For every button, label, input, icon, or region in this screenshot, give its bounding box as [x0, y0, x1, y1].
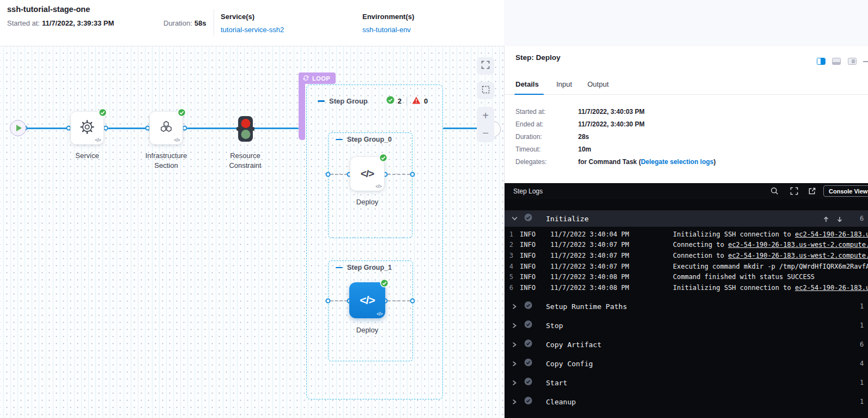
services-column: Service(s) tutorial-service-ssh2	[221, 13, 284, 34]
log-level: INFO	[520, 231, 542, 238]
service-node[interactable]: </>	[71, 112, 104, 144]
layout-split-view-button[interactable]	[817, 58, 825, 65]
duration-value: 58s	[195, 19, 207, 27]
log-link[interactable]: ec2-54-190-26-183.us-west-2.compute.a	[728, 252, 868, 259]
layout-bottom-view-button[interactable]	[832, 58, 841, 65]
step-logs-title: Step Logs	[513, 187, 543, 195]
port	[183, 126, 187, 131]
detail-label-ended: Ended at:	[515, 120, 543, 128]
stage-duration: Duration:58s	[163, 19, 206, 27]
pipeline-canvas[interactable]: </> Service </> Infrastructure Section R…	[0, 46, 504, 418]
deploy-step-0-label: Deploy	[340, 197, 394, 207]
log-section-cleanup[interactable]: Cleanup 1	[505, 392, 868, 411]
log-level: INFO	[520, 252, 542, 259]
log-time: 11/7/2022 3:40:07 PM	[550, 241, 642, 249]
chevron-right-icon	[512, 320, 517, 331]
log-level: INFO	[520, 284, 542, 292]
tab-input[interactable]: Input	[556, 80, 572, 88]
success-check-icon	[98, 108, 107, 119]
detail-label-started: Started at:	[515, 108, 545, 116]
section-check-icon	[524, 378, 532, 388]
deploy-step-0-node[interactable]: </> </>	[350, 157, 384, 191]
detail-value-started: 11/7/2022, 3:40:03 PM	[578, 108, 645, 116]
console-view-toggle[interactable]: Console View	[823, 185, 868, 197]
section-duration: 6	[860, 215, 864, 222]
services-label: Service(s)	[221, 13, 284, 21]
started-label: Started at:	[7, 19, 40, 27]
infrastructure-node[interactable]: </>	[150, 112, 183, 144]
line-number: 1	[505, 231, 513, 238]
log-time: 11/7/2022 3:40:07 PM	[550, 252, 642, 259]
log-section-stop[interactable]: Stop 1	[505, 316, 868, 335]
section-label: Copy Config	[546, 360, 593, 368]
code-icon: </>	[375, 184, 381, 189]
loop-badge[interactable]: LOOP	[299, 72, 336, 84]
log-section-copy-artifact[interactable]: Copy Artifact 6	[505, 335, 868, 354]
service-node-label: Service	[60, 151, 114, 161]
fullscreen-icon[interactable]	[790, 187, 798, 197]
log-link[interactable]: ec2-54-190-26-183.us	[795, 231, 868, 238]
collapse-icon[interactable]	[336, 267, 343, 269]
line-number: 4	[505, 263, 513, 270]
port	[410, 299, 415, 304]
panel-tabs: Details Input Output	[505, 76, 868, 95]
service-link[interactable]: tutorial-service-ssh2	[221, 26, 284, 34]
layout-right-view-button[interactable]	[848, 58, 857, 65]
connector-line	[253, 128, 299, 129]
environment-link[interactable]: ssh-tutorial-env	[362, 26, 411, 34]
dashed-connector	[330, 300, 348, 301]
chevron-right-icon	[512, 301, 517, 312]
stage-start-node[interactable]	[10, 120, 26, 136]
section-duration: 6	[860, 341, 864, 348]
tab-output[interactable]: Output	[587, 80, 609, 88]
section-check-icon	[524, 340, 532, 350]
log-section-initialize[interactable]: Initialize 6	[505, 210, 868, 227]
canvas-fullscreen-button[interactable]	[477, 57, 494, 75]
log-level: INFO	[520, 273, 542, 281]
dashed-connector	[387, 300, 410, 301]
log-line: 5 INFO 11/7/2022 3:40:08 PM Command fini…	[505, 271, 868, 282]
log-message: Initializing SSH connection to ec2-54-19…	[673, 284, 868, 292]
section-duration: 1	[860, 398, 864, 405]
collapse-icon[interactable]	[318, 100, 325, 102]
step-group-1-label: Step Group_1	[347, 264, 392, 271]
connector-line	[26, 128, 69, 129]
delegate-selection-logs-link[interactable]: Delegate selection logs	[641, 158, 713, 166]
section-label: Start	[546, 379, 567, 387]
fullscreen-icon	[481, 60, 490, 71]
log-message: Executing command mkdir -p /tmp/QWrdHfIQ…	[673, 263, 868, 270]
log-section-setup-runtime-paths[interactable]: Setup Runtime Paths 1	[505, 297, 868, 316]
canvas-select-button[interactable]	[477, 82, 494, 99]
section-label: Setup Runtime Paths	[546, 302, 627, 311]
scroll-down-icon[interactable]	[836, 215, 843, 225]
marquee-icon	[481, 85, 490, 96]
external-link-icon[interactable]	[808, 187, 816, 197]
log-link[interactable]: ec2-54-190-26-183.us-west-2.compute.a	[728, 241, 868, 249]
section-duration: 1	[860, 302, 864, 310]
section-label: Initialize	[546, 215, 588, 223]
deploy-step-1-node-selected[interactable]: </> </>	[349, 282, 385, 318]
detail-value-timeout: 10m	[578, 146, 591, 153]
log-section-start[interactable]: Start 1	[505, 373, 868, 392]
collapse-icon[interactable]	[336, 139, 343, 141]
minimize-panel-button[interactable]	[863, 61, 868, 62]
step-group-0-header: Step Group_0	[336, 136, 392, 143]
detail-value-delegates: for Command Task (Delegate selection log…	[578, 158, 716, 166]
log-link[interactable]: ec2-54-190-26-183.us	[795, 284, 868, 292]
log-section-copy-config[interactable]: Copy Config 4	[505, 354, 868, 373]
step-logs-panel: Step Logs Console View	[505, 183, 868, 418]
search-icon[interactable]	[770, 187, 779, 197]
detail-value-duration: 28s	[578, 133, 589, 141]
resource-constraint-node[interactable]	[238, 116, 253, 142]
section-check-icon	[524, 397, 532, 407]
tab-details[interactable]: Details	[515, 80, 539, 88]
zoom-in-button[interactable]: +	[477, 107, 494, 125]
dashed-connector	[387, 174, 410, 175]
hexagons-icon	[159, 119, 174, 137]
connector-line	[108, 128, 148, 129]
port	[410, 172, 415, 177]
zoom-out-button[interactable]: −	[477, 125, 494, 143]
detail-value-ended: 11/7/2022, 3:40:30 PM	[578, 120, 645, 128]
detail-label-duration: Duration:	[515, 133, 542, 141]
scroll-up-icon[interactable]	[823, 215, 829, 225]
